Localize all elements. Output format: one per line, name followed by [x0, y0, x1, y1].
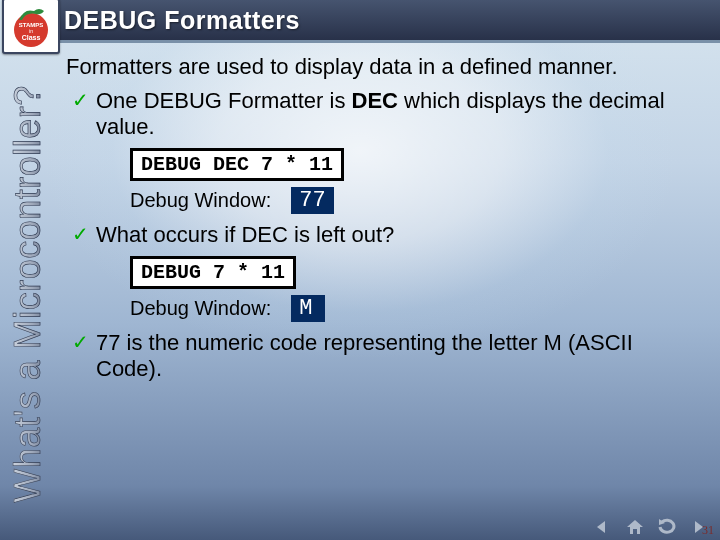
slide-body: Formatters are used to display data in a…	[60, 54, 706, 514]
code-example-2: DEBUG 7 * 11	[130, 256, 706, 289]
code-example-1: DEBUG DEC 7 * 11	[130, 148, 706, 181]
intro-text: Formatters are used to display data in a…	[66, 54, 690, 80]
bullet-explanation: 77 is the numeric code representing the …	[66, 330, 690, 382]
debug-row-2: Debug Window: M	[130, 295, 706, 322]
debug-label-2: Debug Window:	[130, 297, 271, 320]
svg-text:Class: Class	[22, 34, 41, 41]
bullet-dec-formatter: One DEBUG Formatter is DEC which display…	[66, 88, 690, 140]
bullet-question: What occurs if DEC is left out?	[66, 222, 690, 248]
debug-output-2: M	[291, 295, 325, 322]
prev-icon[interactable]	[592, 518, 614, 536]
slide-title: DEBUG Formatters	[64, 6, 300, 35]
bullet1-part-a: One DEBUG Formatter is	[96, 88, 352, 113]
home-icon[interactable]	[624, 518, 646, 536]
sidebar: What's a Microcontroller?	[4, 54, 52, 534]
debug-row-1: Debug Window: 77	[130, 187, 706, 214]
loop-icon[interactable]	[656, 518, 678, 536]
debug-label-1: Debug Window:	[130, 189, 271, 212]
nav-controls	[592, 518, 710, 536]
sidebar-text: What's a Microcontroller?	[7, 85, 49, 503]
stamps-logo: STAMPS in Class	[2, 0, 60, 54]
code-box-2: DEBUG 7 * 11	[130, 256, 296, 289]
page-number: 31	[702, 523, 714, 538]
debug-output-1: 77	[291, 187, 333, 214]
code-box-1: DEBUG DEC 7 * 11	[130, 148, 344, 181]
title-bar: DEBUG Formatters	[54, 0, 720, 43]
bullet1-bold: DEC	[352, 88, 398, 113]
